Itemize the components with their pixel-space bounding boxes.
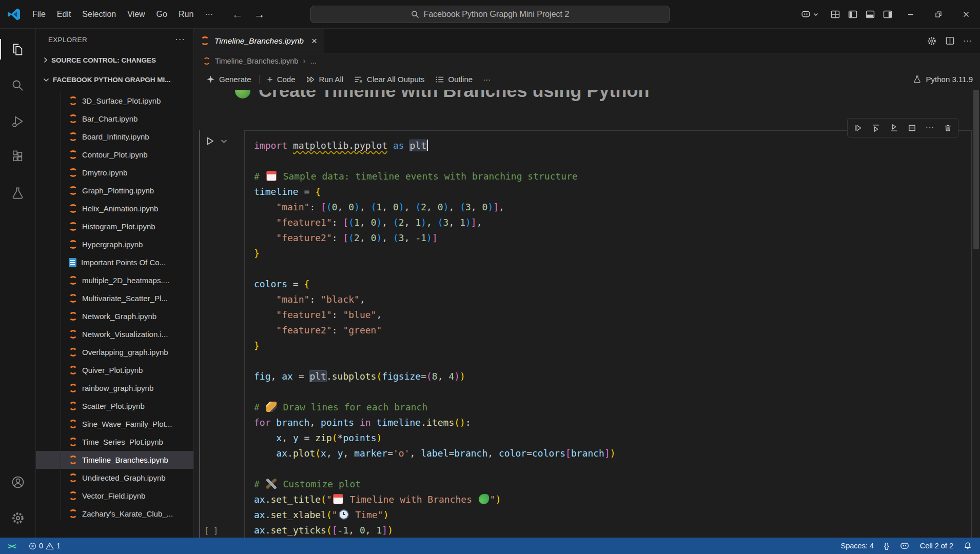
clear-all-outputs-button[interactable]: Clear All Outputs — [348, 72, 430, 87]
code-line-9[interactable] — [254, 261, 971, 276]
menu-edit[interactable]: Edit — [51, 6, 77, 23]
explorer-more-actions-icon[interactable]: ··· — [175, 34, 185, 45]
close-tab-icon[interactable]: × — [311, 35, 317, 47]
code-line-3[interactable]: # Sample data: timeline events with bran… — [254, 169, 971, 184]
code-line-22[interactable] — [254, 461, 971, 477]
section-workspace-folder[interactable]: FACEBOOK PYTHON GRAPGH MI... — [36, 70, 193, 89]
file-item-3d-surface-plot-ipynb[interactable]: 3D_Surface_Plot.ipynb — [36, 92, 193, 110]
code-line-25[interactable]: ax.set_xlabel(" Time") — [254, 507, 971, 523]
cell-indicator[interactable]: Cell 2 of 2 — [920, 542, 953, 550]
code-line-26[interactable]: ax.set_yticks([-1, 0, 1]) — [254, 523, 971, 538]
file-item-undirected-graph-ipynb[interactable]: Undirected_Graph.ipynb — [36, 469, 193, 487]
code-line-1[interactable]: import matplotlib.pyplot as plt — [254, 138, 971, 153]
notifications-bell[interactable] — [964, 542, 972, 550]
activity-settings-button[interactable] — [0, 502, 36, 535]
file-item-multivariate-scatter-pl-[interactable]: Multivariate_Scatter_Pl... — [36, 289, 193, 307]
remote-indicator[interactable]: >< — [0, 538, 24, 554]
menu-run[interactable]: Run — [173, 6, 199, 23]
copilot-status[interactable] — [899, 542, 910, 550]
code-line-18[interactable]: # Draw lines for each branch — [254, 400, 971, 415]
file-item-multiple-2d-heatmaps-[interactable]: multiple_2D_heatmaps.... — [36, 271, 193, 289]
section-source-control-changes[interactable]: SOURCE CONTROL: CHANGES — [36, 50, 193, 70]
file-item-important-points-of-co-[interactable]: Important Points Of Co... — [36, 253, 193, 271]
file-item-hypergraph-ipynb[interactable]: Hypergraph.ipynb — [36, 235, 193, 253]
file-item-overlapping-graph-ipynb[interactable]: Overlapping_graph.ipynb — [36, 343, 193, 361]
restore-button[interactable] — [925, 0, 952, 28]
code-line-2[interactable] — [254, 153, 971, 169]
code-line-12[interactable]: "feature1": "blue", — [254, 307, 971, 323]
file-item-rainbow-graph-ipynb[interactable]: rainbow_graph.ipynb — [36, 379, 193, 397]
file-item-quiver-plot-ipynb[interactable]: Quiver_Plot.ipynb — [36, 361, 193, 379]
toggle-panel-icon[interactable] — [865, 9, 875, 19]
file-item-helix-animation-ipynb[interactable]: Helix_Animation.ipynb — [36, 200, 193, 217]
code-line-7[interactable]: "feature2": [(2, 0), (3, -1)] — [254, 230, 971, 246]
code-line-6[interactable]: "feature1": [(1, 0), (2, 1), (3, 1)], — [254, 215, 971, 230]
code-line-4[interactable]: timeline = { — [254, 184, 971, 200]
editor-more-actions-icon[interactable]: ··· — [963, 36, 972, 46]
code-line-23[interactable]: # Customize plot — [254, 477, 971, 492]
code-line-21[interactable]: ax.plot(x, y, marker='o', label=branch, … — [254, 446, 971, 461]
code-line-16[interactable]: fig, ax = plt.subplots(figsize=(8, 4)) — [254, 369, 971, 384]
breadcrumb-file[interactable]: Timeline_Branches.ipynb — [215, 57, 298, 65]
activity-run-debug-button[interactable] — [0, 105, 36, 137]
markdown-heading-clipped[interactable]: Create Timeline with Branches using Pyth… — [234, 90, 650, 108]
history-forward-icon[interactable]: → — [254, 8, 265, 21]
run-cell-button[interactable] — [204, 135, 215, 147]
notebook-settings-gear-icon[interactable] — [927, 36, 937, 46]
toggle-secondary-sidebar-icon[interactable] — [883, 9, 893, 19]
collapse-cell-button[interactable] — [221, 138, 227, 144]
activity-search-button[interactable] — [0, 69, 36, 102]
language-mode-indicator[interactable]: {} — [884, 542, 889, 550]
code-line-8[interactable]: } — [254, 246, 971, 261]
file-item-vector-field-ipynb[interactable]: Vector_Field.ipynb — [36, 487, 193, 505]
file-item-zachary-s-karate-club-[interactable]: Zachary's_Karate_Club_... — [36, 505, 193, 523]
split-cell-button[interactable] — [904, 120, 920, 135]
file-item-network-graph-ipynb[interactable]: Network_Graph.ipynb — [36, 307, 193, 325]
toggle-sidebar-icon[interactable] — [848, 9, 858, 19]
history-back-icon[interactable]: ← — [232, 8, 243, 21]
menu-selection[interactable]: Selection — [76, 6, 122, 23]
customize-layout-icon[interactable] — [830, 9, 840, 19]
code-cell[interactable]: import matplotlib.pyplot as plt # Sample… — [244, 130, 972, 538]
outline-button[interactable]: Outline — [430, 72, 478, 87]
code-line-19[interactable]: for branch, points in timeline.items(): — [254, 415, 971, 430]
execute-cell-and-above-button[interactable] — [868, 120, 884, 135]
menu-[interactable]: ··· — [199, 6, 219, 23]
run-all-button[interactable]: Run All — [301, 72, 349, 87]
file-item-graph-plotting-ipynb[interactable]: Graph_Plotting.ipynb — [36, 182, 193, 200]
file-item-bar-chart-ipynb[interactable]: Bar_Chart.ipynb — [36, 110, 193, 128]
file-item-contour-plot-ipynb[interactable]: Contour_Plot.ipynb — [36, 146, 193, 164]
menu-view[interactable]: View — [122, 6, 150, 23]
file-item-sine-wave-family-plot-[interactable]: Sine_Wave_Family_Plot... — [36, 415, 193, 433]
menu-file[interactable]: File — [27, 6, 51, 23]
code-line-20[interactable]: x, y = zip(*points) — [254, 430, 971, 446]
cell-more-actions-button[interactable]: ··· — [922, 120, 938, 135]
indentation-indicator[interactable]: Spaces: 4 — [841, 542, 874, 550]
activity-extensions-button[interactable] — [0, 141, 36, 173]
command-center-search[interactable]: Facebook Python Grapgh Mini Project 2 — [310, 6, 670, 23]
file-item-timeline-branches-ipynb[interactable]: Timeline_Branches.ipynb — [36, 451, 193, 469]
editor-scrollbar[interactable] — [973, 90, 979, 249]
code-line-17[interactable] — [254, 384, 971, 400]
file-item-board-infinity-ipynb[interactable]: Board_Infinity.ipynb — [36, 128, 193, 146]
split-editor-icon[interactable] — [945, 36, 955, 46]
tab-timeline-branches[interactable]: Timeline_Branches.ipynb × — [194, 29, 324, 53]
add-code-cell-button[interactable]: + Code — [262, 71, 301, 88]
code-line-5[interactable]: "main": [(0, 0), (1, 0), (2, 0), (3, 0)]… — [254, 200, 971, 215]
file-item-network-visualization-i-[interactable]: Network_Visualization.i... — [36, 325, 193, 343]
code-line-15[interactable] — [254, 353, 971, 369]
menu-go[interactable]: Go — [151, 6, 173, 23]
code-line-10[interactable]: colors = { — [254, 276, 971, 292]
code-line-13[interactable]: "feature2": "green" — [254, 323, 971, 338]
file-item-histogram-plot-ipynb[interactable]: Histogram_Plot.ipynb — [36, 217, 193, 235]
activity-explorer-button[interactable] — [0, 33, 36, 66]
activity-account-button[interactable] — [0, 466, 36, 499]
execute-cell-and-below-button[interactable] — [886, 120, 902, 135]
delete-cell-button[interactable] — [939, 120, 956, 135]
generate-button[interactable]: Generate — [201, 72, 257, 87]
code-line-11[interactable]: "main": "black", — [254, 292, 971, 307]
file-item-time-series-plot-ipynb[interactable]: Time_Series_Plot.ipynb — [36, 433, 193, 451]
problems-indicator[interactable]: 0 1 — [24, 542, 66, 550]
code-line-14[interactable]: } — [254, 338, 971, 353]
copilot-menu-button[interactable] — [796, 4, 823, 25]
